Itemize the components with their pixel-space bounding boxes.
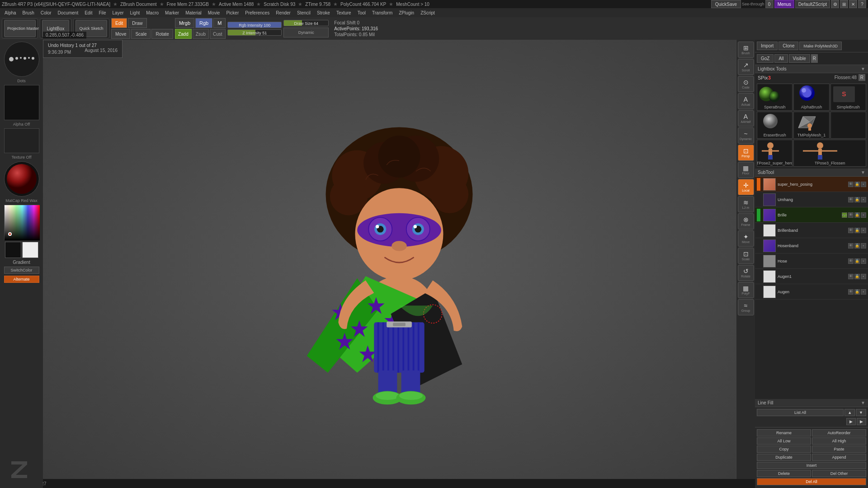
- subtool-item-hose[interactable]: Hose 👁 🔒 ▪: [755, 253, 868, 269]
- rgb-intensity-slider[interactable]: Rgb Intensity 100: [227, 22, 282, 28]
- color-icon-b[interactable]: ▪: [861, 212, 866, 218]
- insert-button[interactable]: Insert: [757, 462, 866, 469]
- menu-alpha[interactable]: Alpha: [2, 9, 19, 16]
- color-icon[interactable]: ▪: [861, 182, 866, 187]
- close-icon[interactable]: ✕: [849, 0, 857, 8]
- subtool-item-umhang[interactable]: Umhang 👁 🔒 ▪: [755, 192, 868, 207]
- menu-brush[interactable]: Brush: [20, 9, 37, 16]
- vert-polyf-btn[interactable]: ▦ PolyF: [738, 282, 754, 298]
- visible-button[interactable]: Visible: [789, 54, 810, 63]
- menu-texture[interactable]: Texture: [334, 9, 354, 16]
- scale-button[interactable]: Scale: [131, 29, 151, 39]
- brush-thumb-spherabrush[interactable]: SperaBrush: [757, 84, 793, 111]
- brush-thumb-eraserbrush[interactable]: EraserBrush: [757, 112, 793, 139]
- color-icon-a[interactable]: ▪: [861, 289, 866, 295]
- viewport[interactable]: Undo History 1 out of 27 9:36:39 PM Augu…: [43, 40, 755, 479]
- help-icon[interactable]: ?: [858, 0, 866, 8]
- expand-icon[interactable]: ⊞: [840, 0, 848, 8]
- arrow-up-button[interactable]: ▲: [844, 409, 855, 416]
- lock-icon[interactable]: 🔒: [854, 182, 860, 187]
- eye-icon[interactable]: 👁: [848, 182, 854, 187]
- brush-thumb-simplebrush[interactable]: S SimpleBrush: [830, 84, 866, 111]
- eye-icon-u[interactable]: 👁: [848, 197, 854, 202]
- linefill-header[interactable]: Line Fill ▼: [755, 399, 868, 407]
- vert-actual-btn[interactable]: A Actual: [738, 93, 754, 109]
- lock-icon-b[interactable]: 🔒: [854, 212, 860, 218]
- draw-button[interactable]: Draw: [128, 18, 146, 28]
- vert-move-btn[interactable]: ✦ Move: [738, 230, 754, 247]
- vert-brush-btn[interactable]: ⊞ Brush: [738, 42, 754, 58]
- subtool-item-hosenband[interactable]: Hosenband 👁 🔒 ▪: [755, 238, 868, 253]
- vert-ljm-btn[interactable]: ≋ LJ-m: [738, 196, 754, 212]
- menu-file[interactable]: File: [96, 9, 108, 16]
- lock-icon-bb[interactable]: 🔒: [854, 228, 860, 233]
- color-picker[interactable]: [4, 205, 39, 240]
- projection-master-button[interactable]: Projection Master: [4, 20, 36, 37]
- menu-zscript[interactable]: ZScript: [418, 9, 438, 16]
- eye-icon-a1[interactable]: 👁: [848, 274, 854, 279]
- lock-icon-h[interactable]: 🔒: [854, 258, 860, 264]
- alternate-button[interactable]: Alternate: [4, 276, 39, 283]
- alpha-preview[interactable]: [4, 85, 39, 120]
- mrgb-box[interactable]: Mrgb: [175, 18, 194, 28]
- lock-icon-a1[interactable]: 🔒: [854, 274, 860, 279]
- eye-icon-b[interactable]: 👁: [848, 212, 854, 218]
- color-icon-u[interactable]: ▪: [861, 197, 866, 202]
- list-all-button[interactable]: List All: [757, 409, 844, 416]
- edit-button[interactable]: Edit: [111, 18, 127, 28]
- subtool-item-augen[interactable]: Augen 👁 🔒 ▪: [755, 284, 868, 300]
- color-icon-bb[interactable]: ▪: [861, 228, 866, 233]
- lock-icon-a[interactable]: 🔒: [854, 289, 860, 295]
- rgb-box[interactable]: Rgb: [195, 18, 212, 28]
- paste-button[interactable]: Paste: [812, 446, 866, 453]
- vert-persp-btn[interactable]: ⊡ Persp: [738, 145, 754, 161]
- arrow-down-button[interactable]: ▼: [856, 409, 866, 416]
- vert-scale-btn[interactable]: ⊡ Scale: [738, 248, 754, 264]
- menu-stencil[interactable]: Stencil: [294, 9, 313, 16]
- menu-zplugin[interactable]: ZPlugin: [396, 9, 417, 16]
- menu-render[interactable]: Render: [273, 9, 293, 16]
- defaultzscript-button[interactable]: DefaultZScript: [795, 0, 830, 8]
- menu-marker[interactable]: Marker: [162, 9, 182, 16]
- menu-picker[interactable]: Picker: [223, 9, 241, 16]
- menu-stroke[interactable]: Stroke: [314, 9, 333, 16]
- texture-preview[interactable]: [4, 128, 39, 153]
- brush-preview[interactable]: [4, 42, 39, 77]
- m-box[interactable]: M: [213, 18, 226, 28]
- lock-icon-u[interactable]: 🔒: [854, 197, 860, 202]
- del-all-button[interactable]: Del All: [757, 478, 866, 485]
- eye-icon-hb[interactable]: 👁: [848, 243, 854, 249]
- canvas-area[interactable]: Undo History 1 out of 27 9:36:39 PM Augu…: [43, 40, 755, 479]
- subtool-header[interactable]: SubTool ▼: [755, 169, 868, 177]
- eye-icon-bb[interactable]: 👁: [848, 228, 854, 233]
- make-polymesh-button[interactable]: Make PolyMesh3D: [799, 42, 842, 50]
- menu-edit[interactable]: Edit: [82, 9, 95, 16]
- vert-frame-btn[interactable]: ⊗ Frame: [738, 213, 754, 230]
- lightbox-tools-header[interactable]: Lightbox Tools ▼: [755, 65, 868, 73]
- all-button[interactable]: All: [774, 54, 788, 63]
- draw-size-slider[interactable]: Draw Size 64: [283, 20, 329, 26]
- menu-transform[interactable]: Transform: [369, 9, 395, 16]
- vert-dynamic-btn[interactable]: ~ Dynamic: [738, 127, 754, 144]
- color-icon-h[interactable]: ▪: [861, 258, 866, 264]
- color-icon-a1[interactable]: ▪: [861, 274, 866, 279]
- rotate-button[interactable]: Rotate: [151, 29, 173, 39]
- brush-thumb-tmpolymesh[interactable]: TMPolyMesh_1: [793, 112, 829, 139]
- menu-macro[interactable]: Macro: [143, 9, 161, 16]
- subtool-item-augen1[interactable]: Augen1 👁 🔒 ▪: [755, 269, 868, 284]
- brush-thumb-alphabrush[interactable]: AlphaBrush: [793, 84, 829, 111]
- r-button[interactable]: R: [811, 54, 818, 63]
- menus-button[interactable]: Menus: [774, 0, 794, 8]
- subtool-item-super-hero[interactable]: super_hero_posing 👁 🔒 ▪: [755, 177, 868, 192]
- color-icon-hb[interactable]: ▪: [861, 243, 866, 249]
- all-high-button[interactable]: All High: [812, 437, 866, 445]
- clone-button[interactable]: Clone: [778, 42, 798, 50]
- brush-thumb-tpose2[interactable]: TPose2_super_hero: [757, 140, 793, 167]
- move-button[interactable]: Move: [111, 29, 130, 39]
- vert-code-btn[interactable]: ⊙ Code: [738, 76, 754, 92]
- arrow-right-1[interactable]: ▶: [846, 418, 856, 425]
- black-swatch[interactable]: [5, 242, 21, 258]
- brush-thumb-tpose3[interactable]: TPose3_Flossen: [793, 140, 866, 167]
- arrow-right-2[interactable]: ▶: [857, 418, 866, 425]
- menu-preferences[interactable]: Preferences: [242, 9, 272, 16]
